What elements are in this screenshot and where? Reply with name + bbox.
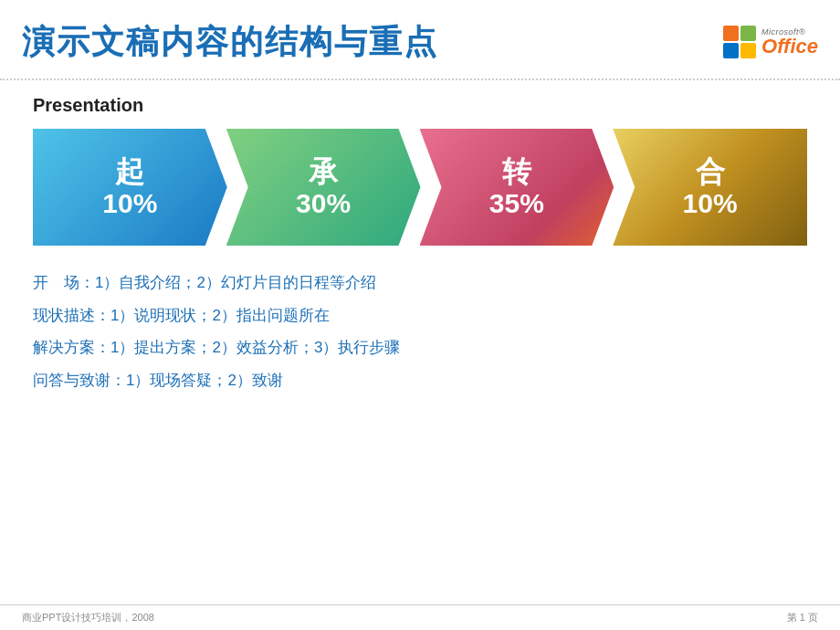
office-grid-icon: [723, 26, 756, 58]
arrow-pct-3: 35%: [489, 188, 544, 218]
arrow-item-1: 起 10%: [33, 129, 227, 246]
info-line-2: 现状描述：1）说明现状；2）指出问题所在: [33, 304, 807, 328]
grid-cell-4: [740, 43, 756, 58]
grid-cell-3: [723, 43, 739, 58]
office-name-label: Office: [761, 37, 818, 57]
info-line-3: 解决方案：1）提出方案；2）效益分析；3）执行步骤: [33, 336, 807, 360]
arrow-char-1: 起: [115, 156, 144, 188]
grid-cell-2: [740, 26, 756, 41]
arrow-char-2: 承: [309, 156, 338, 188]
main-content: Presentation 起 10% 承 30% 转 35% 合 10% 开 场…: [0, 80, 840, 392]
grid-cell-1: [723, 26, 739, 41]
arrow-row: 起 10% 承 30% 转 35% 合 10%: [33, 129, 807, 246]
arrow-pct-1: 10%: [102, 188, 157, 218]
header: 演示文稿内容的结构与重点 Microsoft® Office: [0, 0, 840, 80]
arrow-pct-4: 10%: [683, 188, 738, 218]
info-line-1: 开 场：1）自我介绍；2）幻灯片目的日程等介绍: [33, 271, 807, 295]
info-line-4: 问答与致谢：1）现场答疑；2）致谢: [33, 369, 807, 393]
footer: 商业PPT设计技巧培训，2008 第 1 页: [0, 604, 840, 630]
footer-right: 第 1 页: [787, 611, 818, 625]
office-text: Microsoft® Office: [761, 27, 818, 57]
info-section: 开 场：1）自我介绍；2）幻灯片目的日程等介绍 现状描述：1）说明现状；2）指出…: [33, 271, 807, 392]
arrow-char-4: 合: [696, 156, 725, 188]
page-title: 演示文稿内容的结构与重点: [22, 20, 438, 65]
arrow-char-3: 转: [502, 156, 531, 188]
presentation-label: Presentation: [33, 95, 807, 116]
arrow-item-2: 承 30%: [226, 129, 421, 246]
arrow-pct-2: 30%: [296, 188, 351, 218]
footer-left: 商业PPT设计技巧培训，2008: [22, 611, 154, 625]
arrow-item-3: 转 35%: [420, 129, 614, 246]
office-logo: Microsoft® Office: [723, 26, 818, 58]
arrow-item-4: 合 10%: [613, 129, 807, 246]
